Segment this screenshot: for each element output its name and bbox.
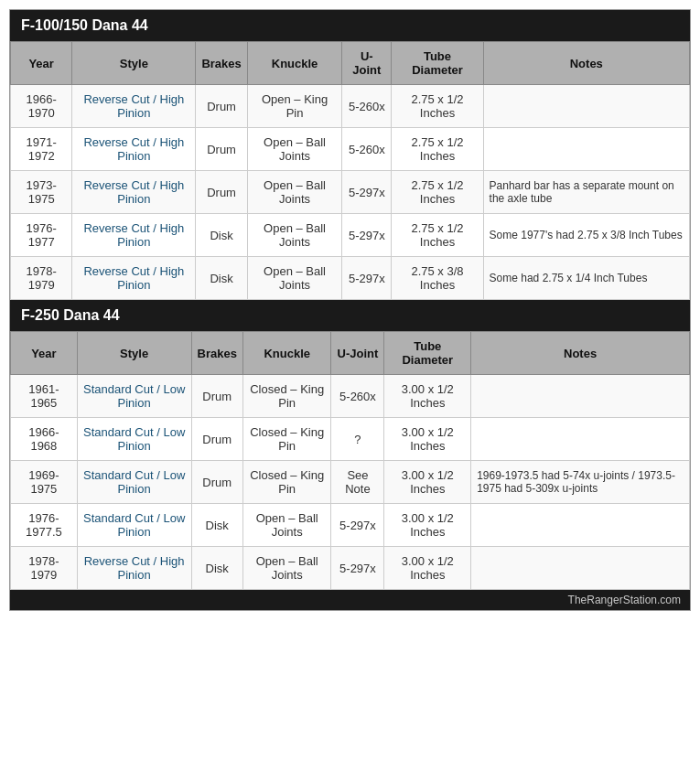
cell-ujoint: 5-260x: [331, 375, 384, 418]
table-row: 1973-1975 Reverse Cut / High Pinion Drum…: [11, 171, 690, 214]
cell-year: 1976-1977.5: [11, 504, 78, 547]
cell-style: Standard Cut / Low Pinion: [77, 418, 191, 461]
cell-knuckle: Open – King Pin: [247, 85, 342, 128]
cell-year: 1966-1970: [11, 85, 72, 128]
cell-notes: Some 1977's had 2.75 x 3/8 Inch Tubes: [483, 214, 689, 257]
table-row: 1969-1975 Standard Cut / Low Pinion Drum…: [11, 461, 690, 504]
cell-tube: 3.00 x 1/2 Inches: [384, 461, 471, 504]
col-year: Year: [11, 42, 72, 85]
col-ujoint-2: U-Joint: [331, 332, 384, 375]
section-header-f100: F-100/150 Dana 44: [10, 10, 690, 41]
cell-ujoint: 5-297x: [331, 504, 384, 547]
cell-knuckle: Open – Ball Joints: [247, 214, 342, 257]
cell-tube: 3.00 x 1/2 Inches: [384, 375, 471, 418]
table-row: 1976-1977 Reverse Cut / High Pinion Disk…: [11, 214, 690, 257]
cell-brakes: Drum: [191, 461, 242, 504]
footer-bar: TheRangerStation.com: [10, 590, 690, 610]
col-brakes: Brakes: [196, 42, 247, 85]
cell-notes: [471, 375, 690, 418]
cell-brakes: Drum: [196, 128, 247, 171]
col-style: Style: [72, 42, 196, 85]
cell-tube: 2.75 x 1/2 Inches: [392, 128, 483, 171]
cell-notes: [483, 85, 689, 128]
table-row: 1976-1977.5 Standard Cut / Low Pinion Di…: [11, 504, 690, 547]
cell-notes: 1969-1973.5 had 5-74x u-joints / 1973.5-…: [471, 461, 690, 504]
cell-knuckle: Open – Ball Joints: [242, 504, 331, 547]
cell-knuckle: Closed – King Pin: [242, 461, 331, 504]
table-header-row-f100: Year Style Brakes Knuckle U-Joint Tube D…: [11, 42, 690, 85]
col-brakes-2: Brakes: [191, 332, 242, 375]
cell-knuckle: Open – Ball Joints: [247, 171, 342, 214]
cell-knuckle: Open – Ball Joints: [247, 257, 342, 300]
cell-ujoint: 5-297x: [342, 257, 392, 300]
col-knuckle-2: Knuckle: [242, 332, 331, 375]
cell-ujoint: 5-297x: [342, 171, 392, 214]
col-tube: Tube Diameter: [392, 42, 483, 85]
cell-brakes: Disk: [191, 504, 242, 547]
cell-knuckle: Closed – King Pin: [242, 418, 331, 461]
cell-knuckle: Closed – King Pin: [242, 375, 331, 418]
table-row: 1966-1970 Reverse Cut / High Pinion Drum…: [11, 85, 690, 128]
cell-year: 1966-1968: [11, 418, 78, 461]
cell-style: Reverse Cut / High Pinion: [72, 128, 196, 171]
cell-brakes: Drum: [191, 375, 242, 418]
cell-year: 1969-1975: [11, 461, 78, 504]
cell-tube: 3.00 x 1/2 Inches: [384, 547, 471, 590]
cell-ujoint: 5-297x: [331, 547, 384, 590]
cell-tube: 2.75 x 3/8 Inches: [392, 257, 483, 300]
section-title-f250: F-250 Dana 44: [21, 307, 120, 323]
cell-style: Reverse Cut / High Pinion: [72, 257, 196, 300]
section-header-f250: F-250 Dana 44: [10, 300, 690, 331]
cell-ujoint: 5-297x: [342, 214, 392, 257]
table-f250: Year Style Brakes Knuckle U-Joint Tube D…: [10, 331, 690, 590]
cell-notes: [471, 418, 690, 461]
cell-tube: 3.00 x 1/2 Inches: [384, 418, 471, 461]
cell-ujoint: 5-260x: [342, 85, 392, 128]
cell-notes: [471, 504, 690, 547]
main-container: F-100/150 Dana 44 Year Style Brakes Knuc…: [9, 9, 691, 611]
col-notes-2: Notes: [471, 332, 690, 375]
cell-notes: Panhard bar has a separate mount on the …: [483, 171, 689, 214]
cell-year: 1978-1979: [11, 547, 78, 590]
col-tube-2: Tube Diameter: [384, 332, 471, 375]
col-year-2: Year: [11, 332, 78, 375]
table-header-row-f250: Year Style Brakes Knuckle U-Joint Tube D…: [11, 332, 690, 375]
cell-notes: Some had 2.75 x 1/4 Inch Tubes: [483, 257, 689, 300]
cell-year: 1973-1975: [11, 171, 72, 214]
cell-year: 1961-1965: [11, 375, 78, 418]
cell-year: 1971-1972: [11, 128, 72, 171]
cell-ujoint: ?: [331, 418, 384, 461]
footer-text: TheRangerStation.com: [568, 594, 681, 606]
cell-ujoint: 5-260x: [342, 128, 392, 171]
cell-brakes: Drum: [196, 171, 247, 214]
col-notes: Notes: [483, 42, 689, 85]
cell-style: Reverse Cut / High Pinion: [72, 214, 196, 257]
table-row: 1961-1965 Standard Cut / Low Pinion Drum…: [11, 375, 690, 418]
cell-style: Reverse Cut / High Pinion: [77, 547, 191, 590]
cell-style: Standard Cut / Low Pinion: [77, 375, 191, 418]
cell-style: Standard Cut / Low Pinion: [77, 461, 191, 504]
cell-brakes: Disk: [196, 214, 247, 257]
cell-notes: [471, 547, 690, 590]
cell-brakes: Disk: [196, 257, 247, 300]
cell-brakes: Disk: [191, 547, 242, 590]
cell-style: Reverse Cut / High Pinion: [72, 85, 196, 128]
cell-tube: 2.75 x 1/2 Inches: [392, 85, 483, 128]
cell-style: Reverse Cut / High Pinion: [72, 171, 196, 214]
cell-tube: 2.75 x 1/2 Inches: [392, 171, 483, 214]
cell-year: 1978-1979: [11, 257, 72, 300]
cell-tube: 3.00 x 1/2 Inches: [384, 504, 471, 547]
cell-brakes: Drum: [196, 85, 247, 128]
section-title-f100: F-100/150 Dana 44: [21, 17, 148, 33]
cell-knuckle: Open – Ball Joints: [242, 547, 331, 590]
table-row: 1978-1979 Reverse Cut / High Pinion Disk…: [11, 547, 690, 590]
col-knuckle: Knuckle: [247, 42, 342, 85]
cell-knuckle: Open – Ball Joints: [247, 128, 342, 171]
cell-tube: 2.75 x 1/2 Inches: [392, 214, 483, 257]
table-row: 1971-1972 Reverse Cut / High Pinion Drum…: [11, 128, 690, 171]
table-row: 1966-1968 Standard Cut / Low Pinion Drum…: [11, 418, 690, 461]
col-style-2: Style: [77, 332, 191, 375]
cell-ujoint: See Note: [331, 461, 384, 504]
cell-notes: [483, 128, 689, 171]
table-f100: Year Style Brakes Knuckle U-Joint Tube D…: [10, 41, 690, 300]
